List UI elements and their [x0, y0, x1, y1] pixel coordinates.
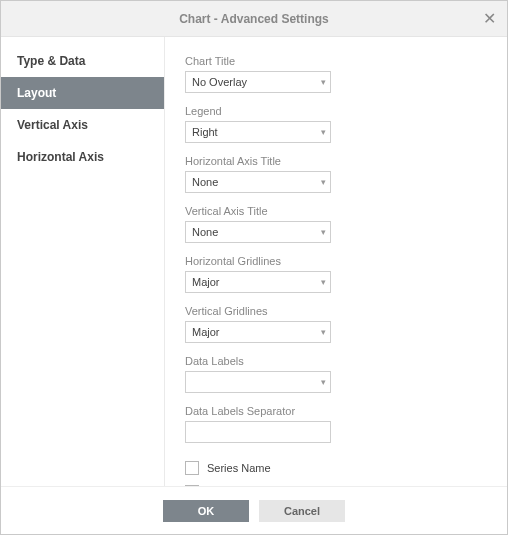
- label-v-gridlines: Vertical Gridlines: [185, 305, 331, 317]
- label-data-labels: Data Labels: [185, 355, 331, 367]
- combo-v-axis-title-value: None: [192, 226, 218, 238]
- layout-panel: Chart Title No Overlay ▾ Legend Right ▾ …: [165, 37, 507, 486]
- field-legend: Legend Right ▾: [185, 105, 331, 143]
- dialog-body: Type & Data Layout Vertical Axis Horizon…: [1, 37, 507, 486]
- cancel-button[interactable]: Cancel: [259, 500, 345, 522]
- chevron-down-icon: ▾: [321, 227, 326, 237]
- combo-v-gridlines[interactable]: Major ▾: [185, 321, 331, 343]
- dialog-footer: OK Cancel: [1, 486, 507, 534]
- chart-advanced-settings-dialog: Chart - Advanced Settings ✕ Type & Data …: [0, 0, 508, 535]
- chevron-down-icon: ▾: [321, 127, 326, 137]
- left-column-labels: Data Labels ▾ Data Labels Separator: [185, 355, 331, 443]
- dialog-title: Chart - Advanced Settings: [179, 12, 329, 26]
- tab-horizontal-axis[interactable]: Horizontal Axis: [1, 141, 164, 173]
- data-labels-checks: Series Name Category Name Value: [185, 443, 331, 486]
- combo-legend-value: Right: [192, 126, 218, 138]
- tab-type-and-data[interactable]: Type & Data: [1, 45, 164, 77]
- close-icon: ✕: [483, 9, 496, 28]
- combo-v-axis-title[interactable]: None ▾: [185, 221, 331, 243]
- combo-h-axis-title-value: None: [192, 176, 218, 188]
- label-h-axis-title: Horizontal Axis Title: [185, 155, 331, 167]
- combo-h-gridlines-value: Major: [192, 276, 220, 288]
- check-series-name-row: Series Name: [185, 461, 331, 475]
- combo-data-labels[interactable]: ▾: [185, 371, 331, 393]
- input-data-labels-separator[interactable]: [185, 421, 331, 443]
- combo-legend[interactable]: Right ▾: [185, 121, 331, 143]
- check-series-name[interactable]: [185, 461, 199, 475]
- field-data-labels-separator: Data Labels Separator: [185, 405, 331, 443]
- combo-chart-title[interactable]: No Overlay ▾: [185, 71, 331, 93]
- field-v-gridlines: Vertical Gridlines Major ▾: [185, 305, 331, 343]
- tab-layout[interactable]: Layout: [1, 77, 164, 109]
- label-data-labels-separator: Data Labels Separator: [185, 405, 331, 417]
- check-series-name-label: Series Name: [207, 462, 271, 474]
- combo-chart-title-value: No Overlay: [192, 76, 247, 88]
- field-h-gridlines: Horizontal Gridlines Major ▾: [185, 255, 331, 293]
- label-chart-title: Chart Title: [185, 55, 331, 67]
- chevron-down-icon: ▾: [321, 377, 326, 387]
- label-v-axis-title: Vertical Axis Title: [185, 205, 331, 217]
- sidebar: Type & Data Layout Vertical Axis Horizon…: [1, 37, 165, 486]
- combo-h-axis-title[interactable]: None ▾: [185, 171, 331, 193]
- ok-button[interactable]: OK: [163, 500, 249, 522]
- dialog-titlebar: Chart - Advanced Settings ✕: [1, 1, 507, 37]
- label-h-gridlines: Horizontal Gridlines: [185, 255, 331, 267]
- close-button[interactable]: ✕: [479, 9, 499, 29]
- field-h-axis-title: Horizontal Axis Title None ▾: [185, 155, 331, 193]
- tab-vertical-axis[interactable]: Vertical Axis: [1, 109, 164, 141]
- chevron-down-icon: ▾: [321, 327, 326, 337]
- field-v-axis-title: Vertical Axis Title None ▾: [185, 205, 331, 243]
- label-legend: Legend: [185, 105, 331, 117]
- chevron-down-icon: ▾: [321, 77, 326, 87]
- field-chart-title: Chart Title No Overlay ▾: [185, 55, 331, 93]
- chevron-down-icon: ▾: [321, 177, 326, 187]
- field-data-labels: Data Labels ▾: [185, 355, 331, 393]
- combo-v-gridlines-value: Major: [192, 326, 220, 338]
- combo-h-gridlines[interactable]: Major ▾: [185, 271, 331, 293]
- chevron-down-icon: ▾: [321, 277, 326, 287]
